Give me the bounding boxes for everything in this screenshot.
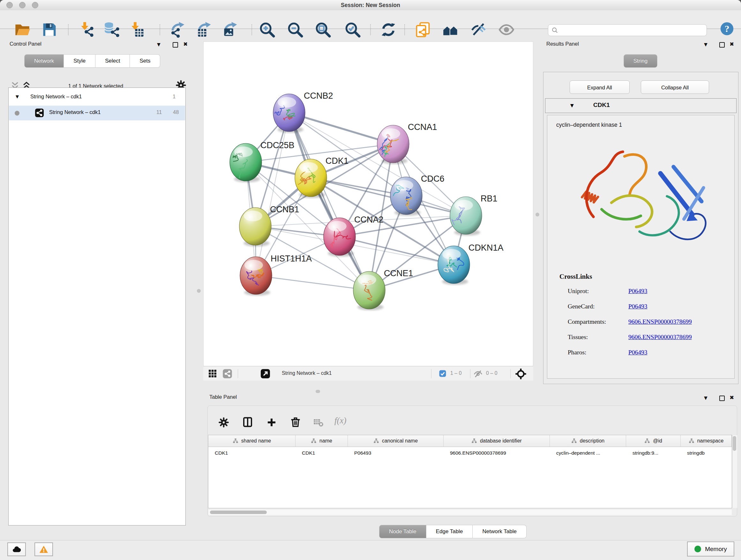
table-panel-menu-icon[interactable]: ▼: [704, 395, 708, 400]
tab-edge-table[interactable]: Edge Table: [426, 525, 473, 538]
window-title: Session: New Session: [0, 0, 741, 10]
tab-network[interactable]: Network: [24, 54, 64, 68]
expand-all-button[interactable]: Expand All: [569, 80, 630, 94]
network-overview-icon[interactable]: [222, 369, 232, 379]
network-edge[interactable]: [256, 275, 369, 290]
control-panel-float-icon[interactable]: [173, 42, 178, 48]
fit-content-icon[interactable]: [315, 21, 331, 38]
column-header-shared-name[interactable]: shared name: [208, 435, 295, 447]
crosslink-link[interactable]: 9606.ENSP00000378699: [628, 318, 692, 325]
collapse-all-button[interactable]: Collapse All: [641, 80, 709, 94]
create-column-plus-icon[interactable]: [266, 417, 277, 428]
network-node-cdkn1a[interactable]: CDKN1A: [438, 243, 503, 285]
left-splitter-handle[interactable]: [197, 289, 201, 293]
column-header-label: namespace: [697, 438, 724, 444]
network-node-cdk1[interactable]: CDK1: [295, 156, 348, 198]
network-node-rb1[interactable]: RB1: [450, 194, 497, 236]
collection-count: 1: [173, 94, 176, 100]
search-input[interactable]: [561, 27, 703, 34]
table-cell: CDK1: [302, 448, 346, 458]
duplicate-network-icon[interactable]: [414, 21, 431, 38]
tab-string[interactable]: String: [623, 54, 657, 68]
show-graphics-details-icon[interactable]: [498, 21, 515, 38]
network-node-ccnb2[interactable]: CCNB2: [268, 91, 333, 133]
selected-checkbox-icon[interactable]: [439, 370, 447, 377]
export-network-icon[interactable]: [170, 21, 186, 38]
zoom-out-icon[interactable]: [287, 21, 304, 38]
crosslink-link[interactable]: P06493: [628, 303, 648, 310]
network-edge[interactable]: [256, 113, 289, 275]
selected-node-edge-counts: 1 – 0: [450, 370, 462, 376]
control-panel-menu-icon[interactable]: ▼: [157, 42, 160, 47]
results-panel-float-icon[interactable]: [719, 42, 725, 48]
import-network-from-database-icon[interactable]: [104, 21, 120, 38]
node-table: shared namenamecanonical namedatabase id…: [208, 435, 732, 508]
results-panel-close-icon[interactable]: ✖: [730, 41, 734, 47]
first-neighbors-icon[interactable]: [442, 21, 459, 38]
zoom-in-icon[interactable]: [259, 21, 275, 38]
help-button[interactable]: ?: [720, 22, 734, 36]
memory-button[interactable]: Memory: [687, 542, 734, 557]
network-canvas[interactable]: CCNB2CCNA1CDC25BCDK1CDC6RB1CCNB1CCNA2CDK…: [203, 42, 533, 366]
refresh-view-icon[interactable]: [380, 21, 397, 38]
show-columns-icon[interactable]: [242, 416, 253, 428]
column-header-canonical-name[interactable]: canonical name: [348, 435, 444, 447]
column-header-id[interactable]: @id: [626, 435, 681, 447]
export-table-icon[interactable]: [196, 21, 212, 38]
delete-column-trash-icon[interactable]: [290, 416, 301, 428]
zoom-selected-icon[interactable]: [344, 21, 361, 38]
network-edge[interactable]: [289, 113, 369, 290]
results-panel-menu-icon[interactable]: ▼: [704, 42, 708, 47]
network-node-cdc6[interactable]: CDC6: [390, 174, 445, 216]
column-header-database-identifier[interactable]: database identifier: [444, 435, 550, 447]
open-in-browser-icon[interactable]: [260, 368, 271, 379]
search-box[interactable]: [548, 24, 707, 36]
table-vertical-scrollbar-thumb[interactable]: [733, 436, 736, 451]
table-horizontal-scrollbar-thumb[interactable]: [210, 510, 267, 514]
control-panel-close-icon[interactable]: ✖: [183, 41, 188, 47]
table-cell: P06493: [354, 448, 442, 458]
tab-sets[interactable]: Sets: [130, 54, 160, 68]
crosslink-link[interactable]: 9606.ENSP00000378699: [628, 334, 692, 341]
import-table-from-file-icon[interactable]: [129, 21, 145, 38]
network-node-hist1h1a[interactable]: HIST1H1A: [240, 254, 312, 296]
column-header-label: canonical name: [382, 438, 418, 444]
protein-collapse-icon[interactable]: ▼: [570, 103, 574, 108]
protein-section-header[interactable]: ▼ CDK1: [545, 98, 737, 113]
network-collection-label: String Network – cdk1: [30, 94, 82, 100]
crosslink-link[interactable]: P06493: [628, 288, 648, 295]
column-header-name[interactable]: name: [295, 435, 348, 447]
network-row-selected[interactable]: String Network – cdk1 11 48: [9, 106, 185, 120]
protein-details: cyclin–dependent kinase 1 CrossLinks Uni…: [547, 115, 735, 379]
tab-network-table[interactable]: Network Table: [473, 525, 526, 538]
title-bar: Session: New Session: [0, 0, 741, 10]
column-header-label: description: [580, 438, 604, 444]
save-session-icon[interactable]: [41, 21, 58, 38]
fit-selected-crosshair-icon[interactable]: [515, 368, 527, 380]
tab-node-table[interactable]: Node Table: [379, 525, 426, 538]
network-type-icon: [35, 109, 44, 117]
export-image-icon[interactable]: [222, 21, 239, 38]
table-panel-float-icon[interactable]: [719, 395, 725, 401]
crosslink-row: Pharos:P06493: [568, 349, 734, 356]
delete-table-icon: [313, 418, 324, 427]
table-options-gear-icon[interactable]: [218, 417, 229, 428]
cloud-button[interactable]: [7, 543, 26, 556]
network-node-cdc25b[interactable]: CDC25B: [230, 140, 294, 182]
birdseye-grid-icon[interactable]: [208, 369, 217, 378]
import-network-from-file-icon[interactable]: [78, 21, 95, 38]
right-splitter-handle[interactable]: [536, 212, 539, 216]
hide-selected-icon[interactable]: [470, 21, 487, 38]
table-panel-close-icon[interactable]: ✖: [730, 394, 734, 401]
warnings-button[interactable]: [35, 543, 53, 556]
tab-style[interactable]: Style: [64, 54, 95, 68]
column-header-description[interactable]: description: [550, 435, 626, 447]
tab-select[interactable]: Select: [95, 54, 130, 68]
network-node-ccne1[interactable]: CCNE1: [353, 268, 413, 310]
collection-collapse-icon[interactable]: ▼: [16, 94, 19, 99]
crosslink-link[interactable]: P06493: [628, 349, 648, 356]
bottom-splitter-handle[interactable]: [316, 390, 320, 393]
network-collection-row[interactable]: ▼ String Network – cdk1 1: [9, 91, 185, 105]
open-file-icon[interactable]: [14, 21, 30, 38]
column-header-namespace[interactable]: namespace: [681, 435, 732, 447]
